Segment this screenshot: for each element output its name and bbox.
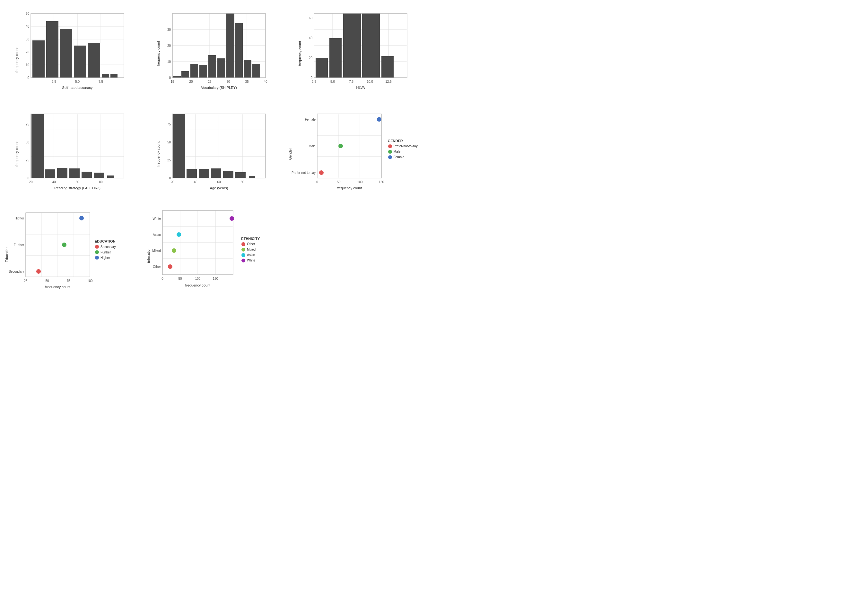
svg-rect-39 bbox=[173, 76, 181, 78]
svg-text:0: 0 bbox=[311, 76, 313, 80]
svg-rect-47 bbox=[244, 60, 251, 78]
svg-text:0: 0 bbox=[169, 76, 171, 80]
eth-legend-white: White bbox=[241, 258, 260, 263]
svg-text:Secondary: Secondary bbox=[9, 270, 24, 273]
gender-legend-title: GENDER bbox=[388, 139, 418, 143]
svg-rect-11 bbox=[32, 41, 45, 78]
svg-point-181 bbox=[95, 250, 99, 254]
svg-point-158 bbox=[388, 150, 392, 154]
svg-point-208 bbox=[241, 253, 245, 257]
svg-rect-71 bbox=[316, 58, 328, 78]
svg-text:Other: Other bbox=[153, 265, 161, 269]
svg-rect-40 bbox=[181, 71, 189, 78]
svg-text:15: 15 bbox=[170, 80, 174, 83]
svg-text:25: 25 bbox=[208, 80, 212, 83]
svg-text:0: 0 bbox=[27, 176, 29, 180]
svg-text:10: 10 bbox=[167, 60, 171, 63]
plot-ethnicity: Education Whit bbox=[145, 204, 287, 305]
svg-text:50: 50 bbox=[178, 277, 183, 280]
svg-rect-45 bbox=[226, 14, 235, 78]
gender-legend-female: Female bbox=[388, 155, 418, 159]
svg-point-180 bbox=[95, 245, 99, 249]
svg-rect-15 bbox=[88, 43, 100, 78]
y-label-age: frequency count bbox=[156, 141, 160, 167]
edu-legend-further-label: Further bbox=[101, 251, 111, 254]
svg-text:30: 30 bbox=[167, 28, 171, 31]
svg-rect-75 bbox=[381, 56, 394, 78]
svg-text:100: 100 bbox=[195, 277, 201, 280]
svg-point-206 bbox=[241, 242, 245, 246]
svg-rect-125 bbox=[211, 168, 221, 178]
y-label-sra: frequency count bbox=[15, 47, 19, 72]
svg-rect-101 bbox=[94, 173, 104, 178]
plot-education: Education Higher Further bbox=[3, 204, 145, 305]
svg-text:80: 80 bbox=[241, 180, 244, 184]
y-label-hlva: frequency count bbox=[298, 41, 302, 66]
svg-text:10.0: 10.0 bbox=[367, 80, 373, 83]
svg-text:Higher: Higher bbox=[15, 217, 24, 220]
edu-legend-title: EDUCATION bbox=[95, 239, 116, 243]
svg-rect-17 bbox=[110, 74, 118, 78]
svg-rect-44 bbox=[217, 58, 225, 78]
gender-legend-prefer: Prefer-not-to-say bbox=[388, 144, 418, 149]
plot-age: frequency count bbox=[145, 104, 287, 204]
eth-legend-mixed-label: Mixed bbox=[247, 248, 255, 251]
svg-rect-14 bbox=[74, 46, 86, 78]
svg-rect-124 bbox=[199, 169, 209, 178]
svg-text:40: 40 bbox=[26, 25, 30, 28]
svg-text:5.0: 5.0 bbox=[75, 80, 80, 83]
y-label-eth: Education bbox=[146, 247, 150, 263]
svg-text:20: 20 bbox=[189, 80, 193, 83]
x-label-gender: frequency count bbox=[337, 186, 362, 190]
edu-legend-higher: Higher bbox=[95, 255, 116, 260]
svg-rect-73 bbox=[343, 14, 361, 78]
svg-rect-12 bbox=[46, 21, 58, 78]
svg-text:Male: Male bbox=[309, 145, 316, 148]
svg-rect-13 bbox=[60, 29, 72, 78]
svg-point-207 bbox=[241, 248, 245, 251]
svg-text:40: 40 bbox=[194, 180, 197, 184]
svg-text:50: 50 bbox=[26, 12, 30, 16]
svg-text:35: 35 bbox=[245, 80, 249, 83]
svg-text:75: 75 bbox=[167, 123, 171, 126]
plot-self-rated-accuracy: frequency count bbox=[3, 3, 145, 104]
svg-text:80: 80 bbox=[99, 180, 103, 184]
svg-rect-42 bbox=[199, 65, 207, 78]
svg-rect-128 bbox=[249, 176, 255, 178]
svg-text:50: 50 bbox=[26, 140, 30, 144]
svg-point-146 bbox=[377, 117, 381, 122]
svg-rect-97 bbox=[45, 170, 55, 178]
plot-gender: Gender Female Male Prefer bbox=[287, 104, 428, 204]
svg-rect-156 bbox=[317, 114, 381, 178]
svg-point-147 bbox=[339, 144, 343, 148]
svg-text:Mixed: Mixed bbox=[153, 249, 161, 253]
svg-text:25: 25 bbox=[26, 159, 30, 162]
svg-text:12.5: 12.5 bbox=[386, 80, 392, 83]
svg-text:40: 40 bbox=[309, 36, 313, 40]
svg-text:50: 50 bbox=[337, 180, 341, 184]
gender-legend-female-label: Female bbox=[394, 155, 404, 159]
svg-point-157 bbox=[388, 145, 392, 148]
x-label-edu: frequency count bbox=[45, 285, 70, 289]
svg-text:30: 30 bbox=[26, 38, 30, 41]
eth-legend-asian-label: Asian bbox=[247, 253, 255, 257]
svg-rect-72 bbox=[329, 38, 342, 78]
svg-text:Prefer-not-to-say: Prefer-not-to-say bbox=[291, 171, 316, 174]
svg-rect-99 bbox=[69, 168, 80, 178]
svg-rect-43 bbox=[208, 55, 216, 78]
eth-legend-white-label: White bbox=[247, 259, 255, 262]
y-label-gender: Gender bbox=[288, 148, 292, 160]
svg-rect-122 bbox=[173, 114, 185, 178]
svg-point-195 bbox=[172, 248, 176, 253]
gender-legend-prefer-label: Prefer-not-to-say bbox=[394, 145, 418, 148]
svg-text:20: 20 bbox=[167, 44, 171, 47]
plot-vocabulary: frequency count bbox=[145, 3, 287, 104]
svg-rect-102 bbox=[107, 176, 113, 178]
svg-rect-127 bbox=[235, 172, 246, 178]
edu-legend-further: Further bbox=[95, 250, 116, 255]
svg-text:Asian: Asian bbox=[153, 233, 161, 236]
svg-point-169 bbox=[79, 216, 84, 220]
svg-text:10: 10 bbox=[26, 63, 30, 67]
svg-text:25: 25 bbox=[167, 159, 171, 162]
svg-text:75: 75 bbox=[26, 123, 30, 126]
